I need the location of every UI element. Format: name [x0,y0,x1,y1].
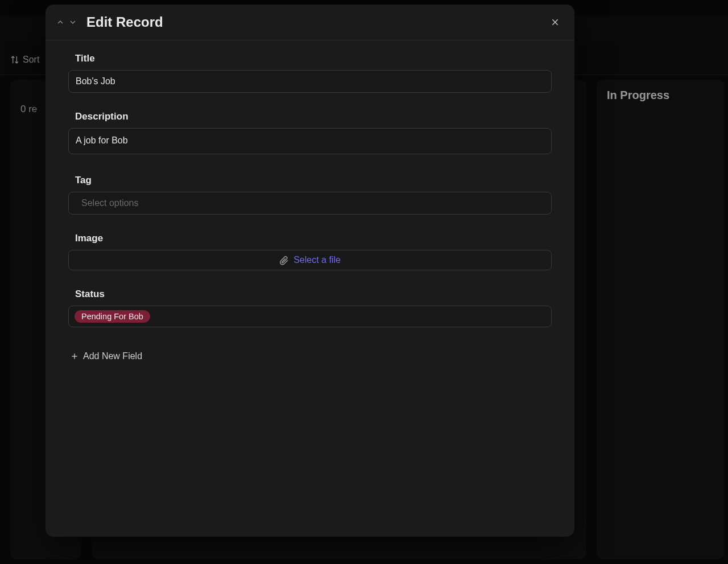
chevron-up-icon [56,18,65,27]
add-new-field-button[interactable]: Add New Field [68,348,144,365]
prev-record-button[interactable] [55,17,66,28]
record-nav [55,17,78,28]
image-file-picker[interactable]: Select a file [68,250,552,270]
modal-title: Edit Record [86,14,547,30]
modal-body: Title Description Tag Select options Ima… [46,40,574,537]
modal-header: Edit Record [46,5,574,40]
field-status: Status Pending For Bob [68,289,552,327]
plus-icon [71,352,78,360]
file-picker-text: Select a file [293,255,341,265]
field-label-image: Image [75,233,552,244]
title-input[interactable] [68,70,552,93]
chevron-down-icon [68,18,77,27]
next-record-button[interactable] [67,17,78,28]
status-select[interactable]: Pending For Bob [68,306,552,327]
field-label-status: Status [75,289,552,300]
field-tag: Tag Select options [68,175,552,215]
tag-placeholder: Select options [81,198,139,208]
field-title: Title [68,53,552,93]
status-chip: Pending For Bob [75,310,150,323]
field-image: Image Select a file [68,233,552,270]
close-icon [551,18,560,27]
edit-record-modal: Edit Record Title Description Tag Select… [46,5,574,537]
field-label-tag: Tag [75,175,552,186]
add-field-label: Add New Field [83,351,142,361]
close-button[interactable] [547,14,563,30]
field-label-title: Title [75,53,552,64]
description-input[interactable] [68,128,552,154]
field-label-description: Description [75,111,552,122]
tag-select[interactable]: Select options [68,192,552,215]
paperclip-icon [279,256,289,265]
field-description: Description [68,111,552,157]
